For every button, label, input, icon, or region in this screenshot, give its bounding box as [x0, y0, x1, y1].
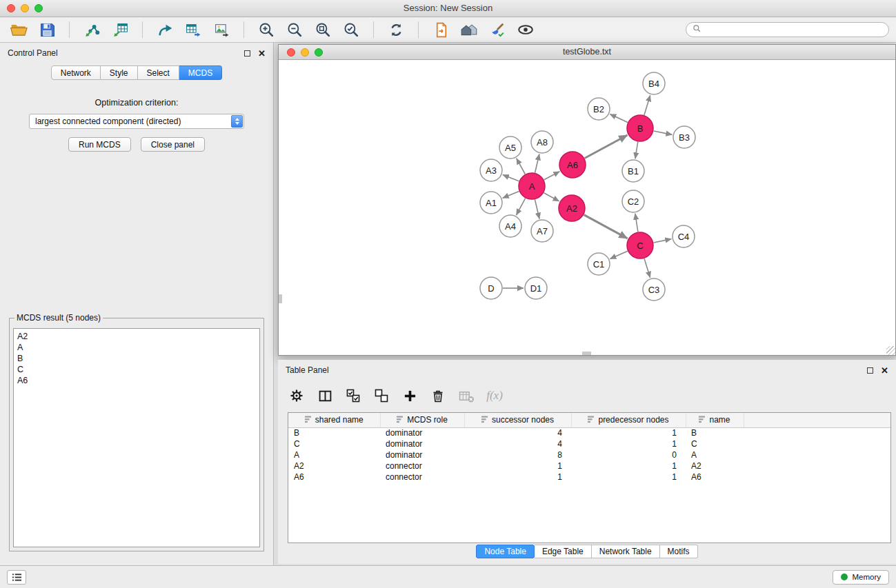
mcds-result-item[interactable]: C: [17, 364, 256, 375]
table-tab-motifs[interactable]: Motifs: [660, 545, 698, 558]
column-header-name[interactable]: name: [686, 413, 744, 427]
graph-node-B4[interactable]: B4: [643, 72, 665, 94]
home-icon[interactable]: [457, 19, 481, 40]
graph-edge-A-A4[interactable]: [517, 199, 526, 216]
graph-edge-A6-B[interactable]: [585, 135, 628, 159]
graph-edge-C-C1[interactable]: [610, 251, 627, 258]
table-cell[interactable]: connector: [380, 460, 464, 472]
graph-node-A4[interactable]: A4: [499, 215, 521, 237]
table-cell[interactable]: 1: [571, 472, 686, 483]
table-cell[interactable]: C: [686, 438, 744, 449]
graph-edge-C-C4[interactable]: [654, 239, 672, 243]
network-close-button[interactable]: [287, 48, 295, 57]
graph-node-C1[interactable]: C1: [588, 253, 610, 275]
table-cell[interactable]: 1: [571, 460, 686, 472]
network-canvas[interactable]: B4B2BB3A8A5A6A3B1AC2A1A2A4A7C4CC1C3DD1: [279, 60, 895, 355]
network-window-titlebar[interactable]: testGlobe.txt: [279, 45, 895, 60]
graph-edge-B-B4[interactable]: [644, 95, 650, 115]
graph-node-B1[interactable]: B1: [622, 160, 644, 182]
column-header-shared-name[interactable]: shared name: [288, 413, 380, 427]
graph-edge-A-A3[interactable]: [503, 175, 519, 181]
import-network-icon[interactable]: [80, 19, 103, 40]
window-resize-grip[interactable]: [886, 346, 895, 355]
table-cell[interactable]: 1: [571, 438, 686, 449]
graph-edge-C-C3[interactable]: [644, 258, 650, 278]
graph-node-A1[interactable]: A1: [480, 192, 502, 214]
graph-node-C2[interactable]: C2: [622, 190, 644, 212]
table-row[interactable]: Bdominator41B: [288, 427, 890, 438]
export-table-icon[interactable]: [181, 19, 205, 40]
zoom-window-button[interactable]: [34, 4, 43, 12]
table-cell[interactable]: B: [686, 427, 744, 438]
criterion-dropdown[interactable]: largest connected component (directed): [29, 114, 244, 129]
graph-edge-A-A8[interactable]: [535, 154, 539, 173]
graph-edge-C-C2[interactable]: [635, 214, 638, 232]
mcds-result-item[interactable]: A2: [17, 331, 256, 342]
graph-edge-A-A6[interactable]: [544, 172, 560, 180]
table-cell[interactable]: dominator: [380, 427, 464, 438]
table-cell[interactable]: 8: [464, 449, 571, 460]
graph-node-B2[interactable]: B2: [588, 98, 610, 120]
graph-edge-B-B3[interactable]: [654, 131, 673, 134]
page-document-icon[interactable]: [429, 19, 452, 40]
zoom-in-icon[interactable]: [255, 19, 278, 40]
add-row-icon[interactable]: [401, 387, 419, 405]
clear-all-checks-icon[interactable]: [372, 387, 390, 405]
graph-node-C[interactable]: C: [627, 232, 653, 258]
graph-node-A[interactable]: A: [519, 173, 545, 199]
table-cell[interactable]: A2: [686, 460, 744, 472]
graph-node-A3[interactable]: A3: [480, 159, 502, 181]
close-window-button[interactable]: [7, 4, 15, 12]
column-header-mcds-role[interactable]: MCDS role: [380, 413, 464, 427]
graph-edge-A-A2[interactable]: [544, 193, 559, 201]
zoom-out-icon[interactable]: [283, 19, 306, 40]
graph-node-C3[interactable]: C3: [643, 278, 665, 301]
search-input[interactable]: [705, 25, 882, 34]
column-selector-icon[interactable]: [316, 387, 334, 405]
table-row[interactable]: Adominator80A: [288, 449, 890, 460]
control-tab-network[interactable]: Network: [51, 65, 101, 80]
table-cell[interactable]: 1: [571, 427, 686, 438]
graph-edge-B-B2[interactable]: [610, 114, 628, 123]
memory-button[interactable]: Memory: [833, 570, 889, 585]
eye-icon[interactable]: [514, 19, 537, 40]
control-tab-style[interactable]: Style: [101, 65, 138, 80]
settings-gear-icon[interactable]: [288, 387, 306, 405]
table-float-panel-icon[interactable]: [867, 367, 873, 374]
table-tab-network-table[interactable]: Network Table: [592, 545, 660, 558]
graph-edge-B-B1[interactable]: [635, 142, 638, 159]
graph-node-A2[interactable]: A2: [559, 195, 585, 221]
import-table-icon[interactable]: [108, 19, 132, 40]
table-cell[interactable]: 4: [464, 427, 571, 438]
graph-node-A8[interactable]: A8: [531, 131, 553, 153]
control-tab-mcds[interactable]: MCDS: [179, 65, 222, 80]
column-header-successor-nodes[interactable]: successor nodes: [464, 413, 571, 427]
mcds-result-item[interactable]: A: [17, 342, 256, 353]
graph-edge-A-A5[interactable]: [517, 159, 526, 174]
table-row[interactable]: A2connector11A2: [288, 460, 890, 472]
table-cell[interactable]: 1: [464, 472, 571, 483]
network-zoom-button[interactable]: [315, 48, 323, 57]
apply-layout-icon[interactable]: [384, 19, 408, 40]
close-panel-icon[interactable]: ✕: [258, 49, 266, 58]
table-cell[interactable]: A2: [288, 460, 380, 472]
table-cell[interactable]: connector: [380, 472, 464, 483]
status-menu-button[interactable]: [7, 570, 26, 585]
control-tab-select[interactable]: Select: [138, 65, 179, 80]
run-mcds-button[interactable]: Run MCDS: [68, 137, 131, 152]
graph-node-A5[interactable]: A5: [499, 136, 521, 159]
select-all-checks-icon[interactable]: [344, 387, 362, 405]
graph-node-C4[interactable]: C4: [673, 225, 695, 247]
delete-row-icon[interactable]: [429, 387, 447, 405]
open-file-icon[interactable]: [7, 19, 30, 40]
export-image-icon[interactable]: [210, 19, 233, 40]
table-cell[interactable]: dominator: [380, 438, 464, 449]
table-tab-edge-table[interactable]: Edge Table: [535, 545, 592, 558]
minimize-window-button[interactable]: [21, 4, 29, 12]
clone-network-icon[interactable]: [153, 19, 177, 40]
table-row[interactable]: A6connector11A6: [288, 472, 890, 483]
zoom-fit-icon[interactable]: [311, 19, 335, 40]
table-cell[interactable]: dominator: [380, 449, 464, 460]
mcds-result-item[interactable]: A6: [17, 375, 256, 386]
table-row[interactable]: Cdominator41C: [288, 438, 890, 449]
